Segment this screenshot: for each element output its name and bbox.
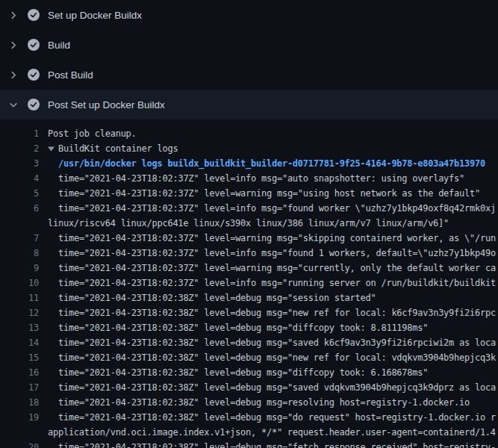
line-number[interactable]: 10: [0, 276, 39, 290]
check-circle-icon: [28, 9, 40, 21]
line-number[interactable]: 1: [0, 126, 39, 141]
chevron-right-icon: [9, 10, 18, 21]
log-text: time="2021-04-23T18:02:37Z" level=info m…: [58, 276, 496, 290]
log-text[interactable]: BuildKit container logs: [48, 141, 178, 156]
step-header-post-build[interactable]: Post Build: [0, 60, 498, 90]
line-number[interactable]: 8: [0, 246, 39, 261]
line-number[interactable]: 12: [0, 305, 39, 320]
log-line: 3/usr/bin/docker logs buildx_buildkit_bu…: [0, 156, 498, 171]
log-text: application/vnd.oci.image.index.v1+json,…: [48, 425, 496, 440]
log-text: time="2021-04-23T18:02:38Z" level=debug …: [58, 350, 496, 365]
line-number: [0, 425, 39, 440]
log-text: time="2021-04-23T18:02:38Z" level=debug …: [58, 335, 496, 350]
log-text: time="2021-04-23T18:02:38Z" level=debug …: [58, 290, 376, 305]
log-line: 9time="2021-04-23T18:02:37Z" level=warni…: [0, 261, 498, 276]
log-text: time="2021-04-23T18:02:37Z" level=warnin…: [58, 231, 496, 246]
line-number[interactable]: 11: [0, 290, 39, 305]
log-text: time="2021-04-23T18:02:37Z" level=info m…: [58, 201, 496, 216]
step-label: Post Build: [48, 69, 93, 81]
chevron-down-icon: [9, 99, 18, 111]
line-number[interactable]: 18: [0, 395, 39, 410]
log-line: 6time="2021-04-23T18:02:37Z" level=info …: [0, 201, 498, 216]
command-text: /usr/bin/docker logs buildx_buildkit_bui…: [58, 156, 485, 171]
line-number[interactable]: 19: [0, 410, 39, 425]
log-line: 19time="2021-04-23T18:02:38Z" level=debu…: [0, 410, 498, 425]
log-text: time="2021-04-23T18:02:37Z" level=info m…: [58, 171, 464, 186]
line-number[interactable]: 15: [0, 350, 39, 365]
log-text: time="2021-04-23T18:02:38Z" level=debug …: [58, 440, 496, 448]
log-line: 10time="2021-04-23T18:02:37Z" level=info…: [0, 276, 498, 290]
chevron-right-icon: [9, 69, 18, 81]
step-header-set-up-docker-buildx[interactable]: Set up Docker Buildx: [0, 0, 498, 30]
log-line: 20time="2021-04-23T18:02:38Z" level=debu…: [0, 440, 498, 448]
log-line: 1Post job cleanup.: [0, 126, 498, 141]
log-line: 13time="2021-04-23T18:02:38Z" level=debu…: [0, 320, 498, 335]
step-header-build[interactable]: Build: [0, 30, 498, 60]
line-number[interactable]: 2: [0, 141, 39, 156]
check-circle-icon: [28, 99, 40, 111]
step-label: Build: [48, 40, 70, 51]
log-text: time="2021-04-23T18:02:38Z" level=debug …: [58, 395, 470, 410]
line-number[interactable]: 5: [0, 186, 39, 201]
log-text: time="2021-04-23T18:02:38Z" level=debug …: [58, 380, 496, 395]
line-number[interactable]: 20: [0, 440, 39, 448]
line-number: [0, 216, 39, 231]
line-number[interactable]: 3: [0, 156, 39, 171]
log-line: linux/riscv64 linux/ppc641e linux/s390x …: [0, 216, 498, 231]
log-line: 7time="2021-04-23T18:02:37Z" level=warni…: [0, 231, 498, 246]
line-number[interactable]: 14: [0, 335, 39, 350]
line-number[interactable]: 17: [0, 380, 39, 395]
log-line: 15time="2021-04-23T18:02:38Z" level=debu…: [0, 350, 498, 365]
log-line: 16time="2021-04-23T18:02:38Z" level=debu…: [0, 365, 498, 380]
line-number[interactable]: 6: [0, 201, 39, 216]
line-number[interactable]: 13: [0, 320, 39, 335]
log-line: 5time="2021-04-23T18:02:37Z" level=warni…: [0, 186, 498, 201]
check-circle-icon: [28, 69, 40, 81]
log-line: 4time="2021-04-23T18:02:37Z" level=info …: [0, 171, 498, 186]
group-label: BuildKit container logs: [58, 141, 178, 156]
log-text: Post job cleanup.: [48, 126, 137, 141]
check-circle-icon: [28, 39, 40, 51]
chevron-right-icon: [9, 40, 18, 51]
log-text: time="2021-04-23T18:02:37Z" level=info m…: [58, 246, 496, 261]
log-text: time="2021-04-23T18:02:37Z" level=warnin…: [58, 186, 480, 201]
line-number[interactable]: 7: [0, 231, 39, 246]
log-line: 2BuildKit container logs: [0, 141, 498, 156]
step-label: Post Set up Docker Buildx: [48, 99, 165, 111]
log-line: application/vnd.oci.image.index.v1+json,…: [0, 425, 498, 440]
steps-list: Set up Docker BuildxBuildPost BuildPost …: [0, 0, 498, 119]
log-text: time="2021-04-23T18:02:38Z" level=debug …: [58, 365, 428, 380]
log-text: time="2021-04-23T18:02:37Z" level=warnin…: [58, 261, 496, 276]
log-text: time="2021-04-23T18:02:38Z" level=debug …: [58, 320, 428, 335]
log-line: 17time="2021-04-23T18:02:38Z" level=debu…: [0, 380, 498, 395]
log-line: 11time="2021-04-23T18:02:38Z" level=debu…: [0, 290, 498, 305]
log-line: 14time="2021-04-23T18:02:38Z" level=debu…: [0, 335, 498, 350]
log-line: 8time="2021-04-23T18:02:37Z" level=info …: [0, 246, 498, 261]
line-number[interactable]: 9: [0, 261, 39, 276]
step-header-post-set-up-docker-buildx[interactable]: Post Set up Docker Buildx: [0, 90, 498, 119]
triangle-down-icon: [48, 146, 55, 152]
log-text: time="2021-04-23T18:02:38Z" level=debug …: [58, 305, 496, 320]
log-text: linux/riscv64 linux/ppc641e linux/s390x …: [48, 216, 449, 231]
log-output: 1Post job cleanup.2BuildKit container lo…: [0, 119, 498, 448]
line-number[interactable]: 16: [0, 365, 39, 380]
log-line: 18time="2021-04-23T18:02:38Z" level=debu…: [0, 395, 498, 410]
line-number[interactable]: 4: [0, 171, 39, 186]
step-label: Set up Docker Buildx: [48, 10, 142, 21]
log-text: time="2021-04-23T18:02:38Z" level=debug …: [58, 410, 496, 425]
log-line: 12time="2021-04-23T18:02:38Z" level=debu…: [0, 305, 498, 320]
